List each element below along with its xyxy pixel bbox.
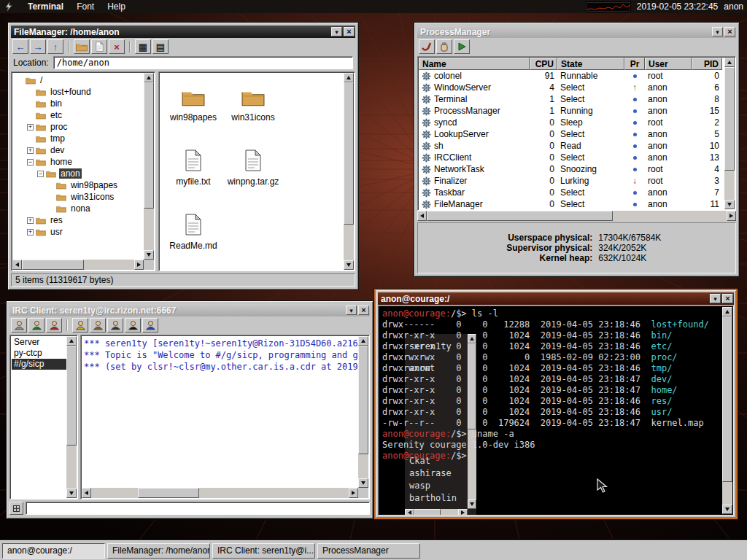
scrollbar-thumb[interactable] [66, 346, 77, 446]
process-row-ircclient[interactable]: IRCClient0Selectanon13 [419, 152, 724, 163]
tree-item-bin[interactable]: bin [14, 98, 143, 109]
irc-message-area[interactable]: *** seren1ty [seren1ty!~seren1ty@Rizon-3… [80, 335, 370, 499]
irc-sidebar-vscroll[interactable] [66, 336, 77, 498]
scrollbar-track[interactable] [22, 260, 134, 270]
member-list-hscroll[interactable] [405, 509, 468, 516]
voice-user-icon[interactable] [72, 318, 88, 332]
terminal-titlebar[interactable]: anon@courage:/ [378, 292, 734, 305]
taskbar-button-processmanager[interactable]: ProcessManager [317, 543, 420, 559]
scrollbar-track[interactable] [724, 67, 735, 200]
member-ashirase[interactable]: ashirase [409, 467, 457, 480]
invite-user-icon[interactable] [142, 318, 158, 332]
devoice-user-icon[interactable] [90, 318, 106, 332]
file-item-myfile-txt[interactable]: myfile.txt [163, 144, 223, 208]
fm-titlebar[interactable]: FileManager: /home/anon [11, 26, 355, 38]
irc-message-input[interactable] [26, 502, 370, 515]
list-view-icon[interactable]: ▤ [152, 39, 169, 54]
collapse-icon[interactable]: − [27, 159, 34, 166]
tree-item-tmp[interactable]: tmp [14, 133, 143, 144]
scrollbar-thumb[interactable] [344, 82, 354, 225]
system-logo-icon[interactable] [4, 1, 14, 12]
location-input[interactable] [53, 56, 353, 69]
pm-minimize-button[interactable] [712, 27, 723, 36]
tree-item-win31icons[interactable]: win31icons [14, 191, 143, 203]
op-user-icon[interactable] [28, 318, 44, 332]
up-directory-icon[interactable]: ↑ [47, 39, 63, 54]
stop-process-icon[interactable] [436, 39, 452, 54]
expand-icon[interactable]: + [27, 124, 34, 131]
deop-user-icon[interactable] [46, 318, 62, 332]
expand-icon[interactable]: + [27, 147, 34, 154]
member-wasp[interactable]: wasp [409, 480, 457, 492]
column-header-pr[interactable]: Pr [624, 58, 645, 70]
scrollbar-track[interactable] [91, 488, 349, 498]
scroll-up-button[interactable] [344, 73, 354, 82]
new-folder-icon[interactable] [74, 39, 90, 54]
scrollbar-thumb[interactable] [724, 67, 735, 171]
tree-item-proc[interactable]: +proc [14, 121, 143, 133]
kill-process-icon[interactable] [419, 39, 435, 54]
terminal-screen[interactable]: seren1tyanon Ckatashirasewaspbartholin a… [378, 306, 734, 516]
file-item-win31icons[interactable]: win31icons [223, 79, 283, 144]
column-header-cpu[interactable]: CPU [530, 58, 557, 70]
process-row-processmanager[interactable]: ProcessManager1Runninganon15 [419, 105, 724, 117]
irc-options-button[interactable] [9, 502, 23, 515]
column-header-state[interactable]: State [557, 58, 624, 70]
channel-item-server[interactable]: Server [12, 337, 66, 348]
scrollbar-thumb[interactable] [144, 82, 154, 209]
scrollbar-track[interactable] [66, 346, 77, 489]
pm-close-button[interactable] [724, 27, 735, 36]
scroll-left-button[interactable] [82, 488, 91, 498]
back-icon[interactable]: ← [12, 39, 28, 54]
fm-close-button[interactable] [344, 27, 355, 36]
process-row-taskbar[interactable]: Taskbar0Selectanon7 [419, 187, 724, 198]
process-row-colonel[interactable]: colonel91Runnableroot0 [419, 70, 724, 82]
whois-user-icon[interactable] [11, 318, 27, 332]
copy-file-icon[interactable] [91, 39, 107, 54]
taskbar-button-filemanager[interactable]: FileManager: /home/anon [107, 543, 210, 559]
tree-item-home[interactable]: −home [14, 156, 143, 168]
file-item-win98papes[interactable]: win98papes [163, 79, 223, 144]
tree-item-res[interactable]: +res [14, 214, 143, 226]
scrollbar-thumb[interactable] [138, 488, 200, 498]
scroll-left-button[interactable] [12, 260, 22, 270]
scroll-right-button[interactable] [134, 260, 144, 270]
scroll-down-button[interactable] [468, 499, 476, 509]
taskbar-button-irc-client[interactable]: IRC Client: seren1ty@i... [212, 543, 315, 559]
column-header-user[interactable]: User [645, 58, 692, 70]
scroll-right-button[interactable] [727, 211, 736, 221]
scroll-down-button[interactable] [722, 505, 732, 514]
scrollbar-track[interactable] [144, 82, 154, 250]
terminal-close-button[interactable] [722, 294, 733, 303]
irc-text-hscroll[interactable] [82, 488, 358, 498]
fm-minimize-button[interactable] [331, 27, 342, 36]
fm-tree-vscroll[interactable] [144, 73, 154, 260]
file-item-winpng-tar-gz[interactable]: winpng.tar.gz [223, 144, 283, 208]
process-row-sh[interactable]: sh0Readanon10 [419, 140, 724, 152]
scroll-down-button[interactable] [358, 478, 368, 488]
fm-tree-hscroll[interactable] [12, 260, 144, 270]
tree-item-nona[interactable]: nona [14, 203, 143, 214]
process-row-filemanager[interactable]: FileManager0Selectanon11 [419, 198, 724, 209]
scrollbar-thumb[interactable] [722, 316, 732, 482]
menu-help[interactable]: Help [101, 0, 132, 13]
process-row-syncd[interactable]: syncd0Sleeproot2 [419, 117, 724, 128]
kick-user-icon[interactable] [107, 318, 123, 332]
terminal-vscroll[interactable] [722, 307, 732, 514]
expand-icon[interactable]: + [27, 217, 34, 224]
process-row-networktask[interactable]: NetworkTask0Snoozingroot4 [419, 163, 724, 175]
channel-item-py-ctcp[interactable]: py-ctcp [12, 348, 66, 359]
scroll-down-button[interactable] [144, 250, 154, 260]
scroll-up-button[interactable] [66, 336, 77, 346]
fm-file-view[interactable]: win98papeswin31iconsmyfile.txtwinpng.tar… [158, 71, 355, 271]
irc-close-button[interactable] [358, 306, 369, 315]
scrollbar-track[interactable] [358, 346, 368, 478]
tree-item-etc[interactable]: etc [14, 109, 143, 121]
channel-item-g-sicp[interactable]: #/g/sicp [12, 359, 66, 370]
delete-icon[interactable]: × [109, 39, 125, 54]
tree-item-anon[interactable]: −anon [14, 168, 143, 179]
member-bartholin[interactable]: bartholin [409, 492, 457, 505]
scroll-up-button[interactable] [724, 58, 735, 67]
scrollbar-thumb[interactable] [22, 260, 84, 270]
irc-text-vscroll[interactable] [358, 336, 368, 488]
